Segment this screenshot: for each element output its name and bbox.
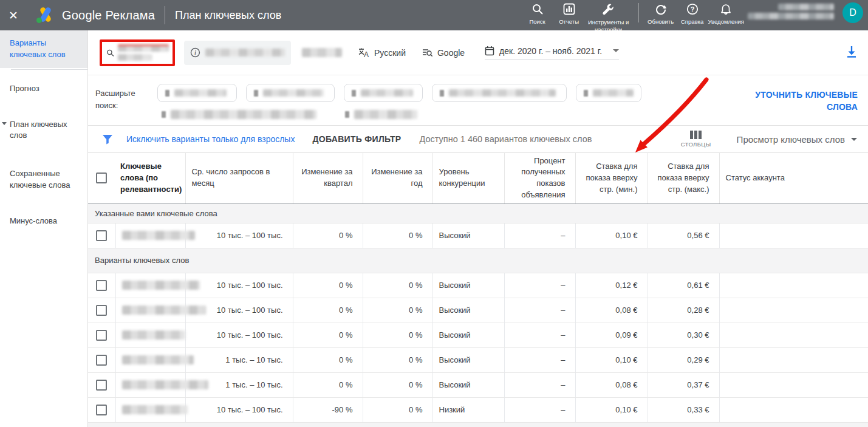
keyword-cell [115,397,185,422]
redacted-text [254,90,258,97]
top-bid-low-cell: 0,09 € [575,323,648,347]
add-filter-button[interactable]: ДОБАВИТЬ ФИЛЬТР [312,134,401,144]
ad-impression-share-cell: – [504,223,575,248]
avatar[interactable]: D [842,2,863,23]
header-top-bid-low[interactable]: Ставка для показа вверху стр. (мин.) [575,153,648,203]
redacted-text [205,49,285,56]
row-checkbox[interactable] [96,380,107,391]
ad-impression-share-cell: – [504,298,575,323]
table-header-row: Ключевые слова (по релевантности) Ср. чи… [88,153,868,203]
avg-monthly-searches-cell: 1 тыс. – 10 тыс. [185,347,293,372]
date-range-picker[interactable]: дек. 2020 г. – нояб. 2021 г. [485,46,619,60]
header-keywords[interactable]: Ключевые слова (по релевантности) [115,153,185,203]
top-bid-high-cell: 0,61 € [648,273,719,298]
brand-title: Google Реклама [62,9,155,22]
reports-nav-button[interactable]: Отчеты [553,0,585,26]
keyword-cell [115,273,185,298]
keyword-chip[interactable] [157,84,237,102]
competition-cell: Низкий [432,397,504,422]
table-row: 10 тыс. – 100 тыс. 0 % 0 % Высокий – 0,0… [88,298,868,323]
competition-cell: Высокий [432,323,504,347]
next-section-partial [88,423,868,427]
header-account-status[interactable]: Статус аккаунта [719,153,868,203]
search-icon [531,3,544,15]
quarter-change-cell: -90 % [293,397,363,422]
account-status-cell [719,223,868,248]
redacted-text [778,4,834,10]
refine-keywords-button[interactable]: УТОЧНИТЬ КЛЮЧЕВЫЕ СЛОВА [729,89,858,114]
top-bid-high-cell: 0,56 € [648,223,719,248]
top-bid-low-cell: 0,12 € [575,273,648,298]
sidebar-item-forecast[interactable]: Прогноз [0,76,87,102]
redacted-text [122,380,208,389]
redacted-text [174,89,227,97]
header-avg-monthly-searches[interactable]: Ср. число запросов в месяц [185,153,293,203]
keyword-chip[interactable] [432,84,567,102]
topbar-actions: Поиск Отчеты Инструменты и настройки Обн… [522,0,863,30]
redacted-text [122,231,195,240]
keyword-cell [115,223,185,248]
competition-cell: Высокий [432,223,504,248]
redacted-text [122,306,206,315]
notifications-nav-button[interactable]: Уведомления [708,0,744,26]
quarter-change-cell: 0 % [293,323,363,347]
ad-impression-share-cell: – [504,273,575,298]
available-keywords-count: Доступно 1 460 вариантов ключевых слов [420,134,592,144]
header-top-bid-high[interactable]: Ставка для показа вверху стр. (макс.) [648,153,719,203]
sidebar-item-negative-keywords[interactable]: Минус-слова [0,208,87,234]
filter-bar: Исключить варианты только для взрослых Д… [88,126,868,153]
sidebar-item-keyword-plan[interactable]: План ключевых слов [0,112,87,149]
redacted-text [354,110,417,119]
redacted-text [345,111,349,118]
keyword-chip[interactable] [157,107,332,121]
header-competition[interactable]: Уровень конкуренции [432,153,504,203]
row-checkbox[interactable] [96,280,107,291]
row-checkbox[interactable] [96,405,107,415]
keyword-cell [115,323,185,347]
keyword-view-dropdown[interactable]: Просмотр ключевых слов [737,134,857,145]
account-status-cell [719,298,868,323]
select-all-checkbox[interactable] [96,173,107,183]
search-nav-button[interactable]: Поиск [522,0,553,26]
header-ad-impression-share[interactable]: Процент полученных показов объявления [504,153,575,203]
sidebar-item-saved-keywords[interactable]: Сохраненные ключевые слова [0,161,87,199]
sidebar-item-keyword-ideas[interactable]: Варианты ключевых слов [0,30,87,68]
tools-nav-button[interactable]: Инструменты и настройки [585,0,632,30]
keyword-search-input[interactable] [100,39,175,66]
exclude-adult-link[interactable]: Исключить варианты только для взрослых [126,134,295,144]
language-setting[interactable]: A Русский [358,48,406,58]
close-icon[interactable]: ✕ [9,9,27,22]
redacted-text [122,281,200,290]
quarter-change-cell: 0 % [293,223,363,248]
tools-icon [602,3,615,16]
keyword-cell [115,298,185,323]
keyword-chip[interactable] [341,107,429,121]
keyword-chip[interactable] [576,84,641,102]
row-checkbox[interactable] [96,355,107,366]
row-checkbox[interactable] [96,330,107,341]
svg-text:i: i [194,50,196,56]
translate-icon: A [358,48,369,58]
header-year-change[interactable]: Изменение за год [363,153,432,203]
ad-impression-share-cell: – [504,347,575,372]
download-icon [846,45,858,58]
top-bid-low-cell: 0,10 € [575,397,648,422]
filter-bar-right: СТОЛБЦЫ Просмотр ключевых слов [681,131,859,148]
redacted-text [122,405,188,414]
keyword-chip[interactable] [344,84,423,102]
network-setting[interactable]: Google [422,48,465,58]
row-checkbox[interactable] [96,305,107,316]
notifications-icon [720,3,732,15]
year-change-cell: 0 % [363,397,432,422]
section-label: Варианты ключевых слов [88,248,868,273]
download-button[interactable] [846,45,858,61]
columns-button[interactable]: СТОЛБЦЫ [681,131,711,148]
header-quarter-change[interactable]: Изменение за квартал [293,153,363,203]
help-nav-button[interactable]: ? Справка [677,0,708,26]
row-checkbox[interactable] [96,230,107,241]
keyword-chip[interactable] [246,84,335,102]
info-icon: i [190,47,200,58]
redacted-text [118,44,169,52]
year-change-cell: 0 % [363,372,432,397]
refresh-nav-button[interactable]: Обновить [645,0,677,26]
